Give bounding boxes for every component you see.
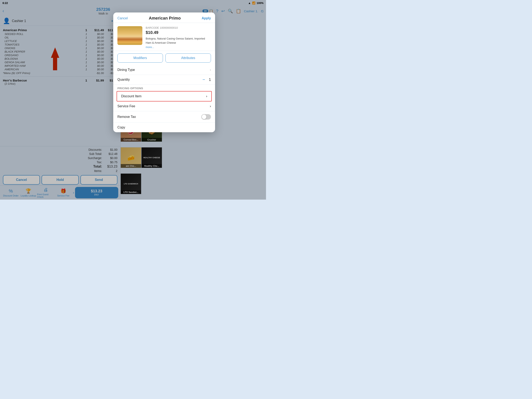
quantity-minus-button[interactable]: − — [203, 77, 205, 82]
quantity-label: Quantity — [117, 78, 203, 82]
dining-type-chevron: › — [210, 68, 211, 72]
modal-action-row: Modifiers Attributes — [113, 51, 215, 65]
service-fee-row[interactable]: Service Fee › — [113, 102, 215, 111]
service-fee-label: Service Fee — [117, 104, 210, 108]
modal-product-info: BARCODE 100000000010 $10.49 Bologna, Nat… — [146, 26, 211, 49]
discount-item-label: Discount Item — [121, 94, 206, 98]
modal-cancel-button[interactable]: Cancel — [117, 16, 128, 20]
product-price: $10.49 — [146, 30, 211, 35]
pricing-options-header: PRICING OPTIONS — [113, 85, 215, 91]
attributes-button[interactable]: Attributes — [165, 53, 211, 63]
copy-row[interactable]: Copy — [113, 123, 215, 132]
modal-overlay: Cancel American Primo Apply BARCODE 1000… — [0, 0, 266, 200]
item-detail-modal: Cancel American Primo Apply BARCODE 1000… — [113, 13, 215, 132]
quantity-row: Quantity − 1 — [113, 75, 215, 85]
copy-label: Copy — [117, 126, 211, 129]
modal-product-section: BARCODE 100000000010 $10.49 Bologna, Nat… — [113, 23, 215, 51]
toggle-knob — [202, 115, 206, 119]
discount-item-button[interactable]: Discount Item › — [117, 91, 212, 102]
product-image — [117, 26, 142, 45]
dining-type-row[interactable]: Dining Type › — [113, 65, 215, 75]
modal-title: American Primo — [149, 16, 181, 21]
discount-item-chevron: › — [206, 94, 207, 98]
modal-apply-button[interactable]: Apply — [202, 16, 211, 20]
dining-type-label: Dining Type — [117, 68, 210, 72]
modal-header: Cancel American Primo Apply — [113, 13, 215, 23]
modifiers-button[interactable]: Modifiers — [117, 53, 163, 63]
remove-tax-row: Remove Tax — [113, 111, 215, 123]
product-description: Bologna, Natural Casing Genoa Salami, Im… — [146, 37, 211, 45]
remove-tax-label: Remove Tax — [117, 115, 201, 119]
service-fee-chevron: › — [210, 104, 211, 108]
quantity-value: 1 — [209, 77, 211, 82]
more-link[interactable]: more... — [146, 45, 211, 49]
barcode-label: BARCODE 100000000010 — [146, 26, 211, 29]
remove-tax-toggle[interactable] — [201, 114, 211, 120]
quantity-controls: − 1 — [203, 77, 211, 82]
